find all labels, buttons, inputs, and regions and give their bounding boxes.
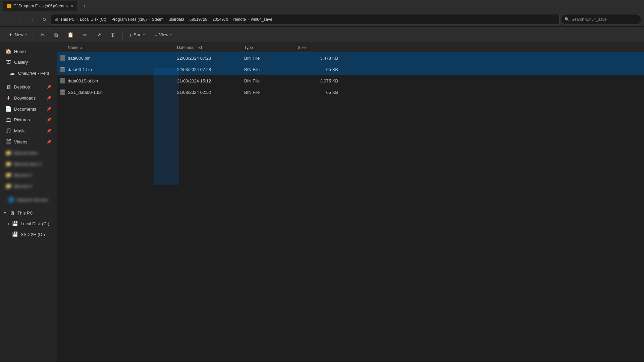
sidebar-item-localc[interactable]: › 💾 Local Disk (C:) bbox=[0, 218, 57, 229]
search-placeholder: Search win64_save bbox=[572, 17, 607, 22]
new-dropdown-arrow: ▾ bbox=[25, 33, 27, 37]
refresh-button[interactable]: ↻ bbox=[39, 14, 50, 25]
more-label: ··· bbox=[181, 32, 185, 37]
sidebar-item-home[interactable]: 🏠 Home bbox=[1, 46, 55, 57]
file-icon bbox=[60, 55, 66, 61]
sidebar-item-videos[interactable]: 🎬 Videos 📌 bbox=[1, 136, 55, 147]
breadcrumb-appid[interactable]: 2054970 bbox=[212, 17, 229, 22]
table-row[interactable]: data001Slot.bin 21/03/2024 15:12 BIN Fil… bbox=[57, 75, 644, 86]
pin-icon-4: 📌 bbox=[47, 118, 51, 122]
column-size[interactable]: Size bbox=[298, 45, 338, 50]
sidebar-home-label: Home bbox=[14, 49, 26, 54]
localc-icon: 💾 bbox=[12, 221, 18, 227]
view-label: View bbox=[159, 32, 168, 37]
sidebar-item-pictures[interactable]: 🖼 Pictures 📌 bbox=[1, 115, 55, 125]
sidebar-item-music[interactable]: 🎵 Music 📌 bbox=[1, 125, 55, 136]
address-bar[interactable]: 🖥 This PC › Local Disk (C:) › Program Fi… bbox=[51, 14, 559, 25]
copy-button[interactable]: ⧉ bbox=[50, 30, 62, 40]
file-icon bbox=[60, 89, 66, 95]
cloud-icon: ☁ bbox=[9, 70, 15, 76]
paste-button[interactable]: 📋 bbox=[63, 30, 78, 40]
view-dropdown-arrow: ▾ bbox=[170, 33, 172, 37]
sidebar-pictures-label: Pictures bbox=[14, 117, 30, 122]
sidebar-gallery-label: Gallery bbox=[14, 60, 28, 65]
file-size: 65 KB bbox=[298, 67, 338, 72]
file-type: BIN File bbox=[244, 90, 298, 95]
forward-button[interactable]: › bbox=[15, 14, 25, 25]
music-icon: 🎵 bbox=[5, 128, 11, 134]
table-row[interactable]: data00-1.bin 22/03/2024 07:28 BIN File 6… bbox=[57, 64, 644, 75]
search-bar[interactable]: 🔍 Search win64_save bbox=[561, 14, 641, 25]
breadcrumb-steam[interactable]: Steam bbox=[151, 17, 164, 22]
pin-icon-3: 📌 bbox=[47, 107, 51, 111]
new-tab-button[interactable]: + bbox=[80, 1, 89, 11]
main-layout: 🏠 Home 🖼 Gallery › ☁ OneDrive - Pers 🖥 D… bbox=[0, 43, 644, 362]
column-type[interactable]: Type bbox=[244, 45, 298, 50]
delete-button[interactable]: 🗑 bbox=[107, 30, 120, 40]
delete-icon: 🗑 bbox=[111, 32, 116, 38]
documents-icon: 📄 bbox=[5, 106, 11, 112]
videos-icon: 🎬 bbox=[5, 139, 11, 145]
sidebar-item-thispc[interactable]: ▾ 🖥 This PC bbox=[0, 208, 57, 218]
tab-close-button[interactable]: × bbox=[71, 4, 73, 8]
breadcrumb-remote[interactable]: remote bbox=[233, 17, 247, 22]
breadcrumb-userid[interactable]: 58519728 bbox=[189, 17, 208, 22]
column-date[interactable]: Date modified bbox=[177, 45, 244, 50]
sort-label: Sort bbox=[134, 32, 142, 37]
sidebar-item-blurred-4: 📁 Blurred 4 bbox=[1, 181, 55, 191]
toolbar: ＋ New ▾ ✂ ⧉ 📋 ✏ ↗ 🗑 ↕ Sort ▾ ≡ View ▾ ··… bbox=[0, 27, 644, 43]
sidebar-item-ssdd[interactable]: › 💾 SSD 2H (D:) bbox=[0, 229, 57, 240]
file-list[interactable]: data000.bin 22/03/2024 07:28 BIN File 3,… bbox=[57, 52, 644, 362]
column-name[interactable]: Name ▲ bbox=[60, 45, 177, 50]
breadcrumb-localc[interactable]: Local Disk (C:) bbox=[79, 17, 107, 22]
cut-icon: ✂ bbox=[41, 32, 45, 38]
file-type: BIN File bbox=[244, 56, 298, 61]
file-date: 21/03/2024 02:52 bbox=[177, 90, 244, 95]
sort-asc-icon: ▲ bbox=[80, 46, 83, 49]
sort-button[interactable]: ↕ Sort ▾ bbox=[125, 30, 149, 40]
breadcrumb-thispc[interactable]: This PC bbox=[60, 17, 75, 22]
toolbar-separator bbox=[34, 31, 34, 39]
sidebar-item-documents[interactable]: 📄 Documents 📌 bbox=[1, 104, 55, 114]
sidebar-item-onedrive[interactable]: › ☁ OneDrive - Pers bbox=[1, 68, 55, 78]
up-button[interactable]: ↑ bbox=[27, 14, 38, 25]
file-icon bbox=[60, 78, 66, 84]
table-row[interactable]: data000.bin 22/03/2024 07:28 BIN File 3,… bbox=[57, 52, 644, 64]
sidebar-item-desktop[interactable]: 🖥 Desktop 📌 bbox=[1, 82, 55, 92]
sidebar-ssdd-label: SSD 2H (D:) bbox=[21, 232, 45, 237]
share-button[interactable]: ↗ bbox=[93, 30, 105, 40]
breadcrumb-win64save[interactable]: win64_save bbox=[250, 17, 273, 22]
more-button[interactable]: ··· bbox=[177, 30, 189, 39]
view-icon: ≡ bbox=[154, 32, 157, 38]
breadcrumb-programfiles[interactable]: Program Files (x86) bbox=[111, 17, 147, 22]
sidebar-item-blurred-1: 📁 Blurred Item bbox=[1, 147, 55, 158]
sidebar-item-gallery[interactable]: 🖼 Gallery bbox=[1, 57, 55, 67]
thispc-expand-icon: ▾ bbox=[4, 211, 6, 215]
tab-item[interactable]: C:\Program Files (x86)\Steam\ × bbox=[3, 1, 77, 11]
view-button[interactable]: ≡ View ▾ bbox=[150, 30, 176, 40]
file-name: data00-1.bin bbox=[68, 67, 92, 72]
new-button[interactable]: ＋ New ▾ bbox=[4, 29, 31, 40]
sidebar-item-downloads[interactable]: ⬇ Downloads 📌 bbox=[1, 93, 55, 103]
file-date: 22/03/2024 07:28 bbox=[177, 67, 244, 72]
file-icon bbox=[60, 66, 66, 72]
file-date: 21/03/2024 15:12 bbox=[177, 78, 244, 83]
sort-dropdown-arrow: ▾ bbox=[143, 33, 145, 37]
paste-icon: 📋 bbox=[67, 32, 74, 38]
table-row[interactable]: SS1_data00-1.bin 21/03/2024 02:52 BIN Fi… bbox=[57, 86, 644, 98]
sort-icon: ↕ bbox=[129, 32, 132, 38]
file-date: 22/03/2024 07:28 bbox=[177, 56, 244, 61]
new-icon: ＋ bbox=[8, 32, 13, 38]
content-area: Name ▲ Date modified Type Size data000.b… bbox=[57, 43, 644, 362]
back-button[interactable]: ‹ bbox=[3, 14, 13, 25]
file-name: data000.bin bbox=[68, 56, 91, 61]
file-type: BIN File bbox=[244, 78, 298, 83]
sidebar-music-label: Music bbox=[14, 128, 25, 133]
cut-button[interactable]: ✂ bbox=[37, 30, 49, 40]
breadcrumb-userdata[interactable]: userdata bbox=[168, 17, 185, 22]
sidebar-videos-label: Videos bbox=[14, 139, 28, 144]
home-icon: 🏠 bbox=[5, 48, 11, 54]
ssdd-icon: 💾 bbox=[12, 231, 18, 237]
rename-button[interactable]: ✏ bbox=[79, 30, 92, 40]
pictures-icon: 🖼 bbox=[5, 117, 11, 123]
